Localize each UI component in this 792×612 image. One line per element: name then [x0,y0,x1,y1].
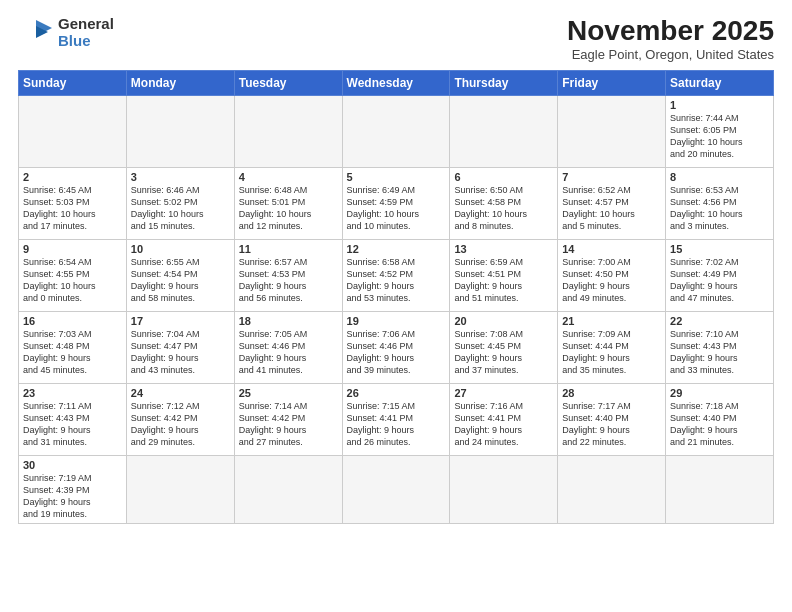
calendar-cell: 8Sunrise: 6:53 AM Sunset: 4:56 PM Daylig… [666,167,774,239]
calendar-cell [450,455,558,524]
day-info: Sunrise: 6:53 AM Sunset: 4:56 PM Dayligh… [670,184,769,233]
calendar-cell: 23Sunrise: 7:11 AM Sunset: 4:43 PM Dayli… [19,383,127,455]
logo-icon [18,18,54,48]
day-number: 3 [131,171,230,183]
logo: General Blue [18,16,114,49]
calendar-cell: 6Sunrise: 6:50 AM Sunset: 4:58 PM Daylig… [450,167,558,239]
day-info: Sunrise: 6:49 AM Sunset: 4:59 PM Dayligh… [347,184,446,233]
day-number: 12 [347,243,446,255]
day-number: 1 [670,99,769,111]
day-info: Sunrise: 6:52 AM Sunset: 4:57 PM Dayligh… [562,184,661,233]
weekday-header-thursday: Thursday [450,70,558,95]
svg-rect-3 [32,20,36,46]
day-number: 21 [562,315,661,327]
day-info: Sunrise: 6:59 AM Sunset: 4:51 PM Dayligh… [454,256,553,305]
calendar-cell: 27Sunrise: 7:16 AM Sunset: 4:41 PM Dayli… [450,383,558,455]
day-number: 8 [670,171,769,183]
day-info: Sunrise: 7:10 AM Sunset: 4:43 PM Dayligh… [670,328,769,377]
day-number: 9 [23,243,122,255]
calendar-cell: 9Sunrise: 6:54 AM Sunset: 4:55 PM Daylig… [19,239,127,311]
day-number: 24 [131,387,230,399]
weekday-header-wednesday: Wednesday [342,70,450,95]
calendar-cell: 5Sunrise: 6:49 AM Sunset: 4:59 PM Daylig… [342,167,450,239]
day-number: 28 [562,387,661,399]
calendar-header-row: SundayMondayTuesdayWednesdayThursdayFrid… [19,70,774,95]
day-number: 19 [347,315,446,327]
calendar-cell: 3Sunrise: 6:46 AM Sunset: 5:02 PM Daylig… [126,167,234,239]
calendar-cell: 29Sunrise: 7:18 AM Sunset: 4:40 PM Dayli… [666,383,774,455]
location: Eagle Point, Oregon, United States [567,47,774,62]
day-number: 22 [670,315,769,327]
calendar-week-row: 23Sunrise: 7:11 AM Sunset: 4:43 PM Dayli… [19,383,774,455]
weekday-header-friday: Friday [558,70,666,95]
day-info: Sunrise: 7:06 AM Sunset: 4:46 PM Dayligh… [347,328,446,377]
day-info: Sunrise: 7:44 AM Sunset: 6:05 PM Dayligh… [670,112,769,161]
calendar-cell [666,455,774,524]
day-info: Sunrise: 7:08 AM Sunset: 4:45 PM Dayligh… [454,328,553,377]
day-number: 26 [347,387,446,399]
calendar-cell: 22Sunrise: 7:10 AM Sunset: 4:43 PM Dayli… [666,311,774,383]
day-info: Sunrise: 6:58 AM Sunset: 4:52 PM Dayligh… [347,256,446,305]
day-number: 4 [239,171,338,183]
day-info: Sunrise: 7:00 AM Sunset: 4:50 PM Dayligh… [562,256,661,305]
calendar-cell: 12Sunrise: 6:58 AM Sunset: 4:52 PM Dayli… [342,239,450,311]
day-number: 23 [23,387,122,399]
day-number: 16 [23,315,122,327]
day-number: 14 [562,243,661,255]
calendar-cell [558,95,666,167]
calendar-cell: 21Sunrise: 7:09 AM Sunset: 4:44 PM Dayli… [558,311,666,383]
day-info: Sunrise: 7:15 AM Sunset: 4:41 PM Dayligh… [347,400,446,449]
day-number: 17 [131,315,230,327]
calendar-cell [342,95,450,167]
calendar-week-row: 30Sunrise: 7:19 AM Sunset: 4:39 PM Dayli… [19,455,774,524]
calendar-cell: 4Sunrise: 6:48 AM Sunset: 5:01 PM Daylig… [234,167,342,239]
day-info: Sunrise: 6:55 AM Sunset: 4:54 PM Dayligh… [131,256,230,305]
day-info: Sunrise: 7:19 AM Sunset: 4:39 PM Dayligh… [23,472,122,521]
weekday-header-saturday: Saturday [666,70,774,95]
day-info: Sunrise: 7:18 AM Sunset: 4:40 PM Dayligh… [670,400,769,449]
calendar-cell [126,455,234,524]
calendar-cell: 10Sunrise: 6:55 AM Sunset: 4:54 PM Dayli… [126,239,234,311]
weekday-header-tuesday: Tuesday [234,70,342,95]
calendar-cell: 15Sunrise: 7:02 AM Sunset: 4:49 PM Dayli… [666,239,774,311]
calendar-week-row: 9Sunrise: 6:54 AM Sunset: 4:55 PM Daylig… [19,239,774,311]
day-info: Sunrise: 7:03 AM Sunset: 4:48 PM Dayligh… [23,328,122,377]
calendar-cell [558,455,666,524]
calendar-week-row: 2Sunrise: 6:45 AM Sunset: 5:03 PM Daylig… [19,167,774,239]
day-info: Sunrise: 6:46 AM Sunset: 5:02 PM Dayligh… [131,184,230,233]
day-number: 6 [454,171,553,183]
calendar-cell: 16Sunrise: 7:03 AM Sunset: 4:48 PM Dayli… [19,311,127,383]
calendar-cell: 19Sunrise: 7:06 AM Sunset: 4:46 PM Dayli… [342,311,450,383]
day-info: Sunrise: 7:02 AM Sunset: 4:49 PM Dayligh… [670,256,769,305]
day-info: Sunrise: 7:16 AM Sunset: 4:41 PM Dayligh… [454,400,553,449]
day-number: 10 [131,243,230,255]
day-info: Sunrise: 6:54 AM Sunset: 4:55 PM Dayligh… [23,256,122,305]
calendar-cell: 25Sunrise: 7:14 AM Sunset: 4:42 PM Dayli… [234,383,342,455]
day-number: 30 [23,459,122,471]
calendar-cell [450,95,558,167]
day-info: Sunrise: 7:11 AM Sunset: 4:43 PM Dayligh… [23,400,122,449]
month-title: November 2025 [567,16,774,47]
calendar-cell: 7Sunrise: 6:52 AM Sunset: 4:57 PM Daylig… [558,167,666,239]
calendar-cell [234,95,342,167]
calendar-cell: 30Sunrise: 7:19 AM Sunset: 4:39 PM Dayli… [19,455,127,524]
day-info: Sunrise: 7:05 AM Sunset: 4:46 PM Dayligh… [239,328,338,377]
calendar-cell: 14Sunrise: 7:00 AM Sunset: 4:50 PM Dayli… [558,239,666,311]
title-block: November 2025 Eagle Point, Oregon, Unite… [567,16,774,62]
day-number: 27 [454,387,553,399]
day-info: Sunrise: 6:50 AM Sunset: 4:58 PM Dayligh… [454,184,553,233]
calendar-cell [342,455,450,524]
day-info: Sunrise: 6:48 AM Sunset: 5:01 PM Dayligh… [239,184,338,233]
calendar-week-row: 1Sunrise: 7:44 AM Sunset: 6:05 PM Daylig… [19,95,774,167]
day-info: Sunrise: 7:17 AM Sunset: 4:40 PM Dayligh… [562,400,661,449]
calendar-cell: 26Sunrise: 7:15 AM Sunset: 4:41 PM Dayli… [342,383,450,455]
weekday-header-monday: Monday [126,70,234,95]
calendar-cell [234,455,342,524]
day-number: 2 [23,171,122,183]
day-number: 11 [239,243,338,255]
day-number: 29 [670,387,769,399]
day-info: Sunrise: 6:45 AM Sunset: 5:03 PM Dayligh… [23,184,122,233]
day-number: 18 [239,315,338,327]
day-number: 20 [454,315,553,327]
calendar-cell [126,95,234,167]
